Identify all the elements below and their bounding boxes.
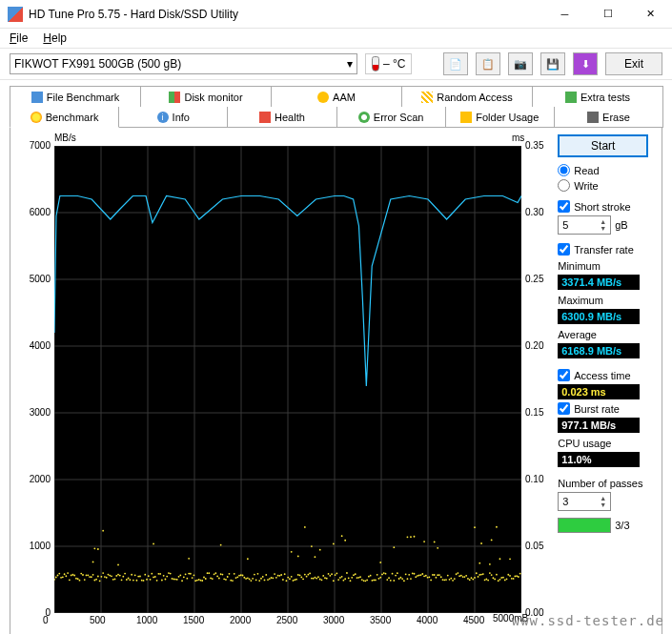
svg-point-306	[487, 580, 489, 582]
svg-point-136	[236, 576, 238, 578]
svg-point-63	[119, 575, 121, 577]
svg-point-315	[498, 580, 499, 582]
svg-point-243	[397, 572, 398, 574]
svg-point-181	[306, 576, 308, 578]
short-stroke-spinner[interactable]: 5▲▼	[558, 215, 611, 235]
copy-info-button[interactable]: 📋	[476, 52, 500, 75]
x-tick: 500	[90, 615, 106, 625]
transfer-rate-check[interactable]	[558, 243, 570, 256]
start-button[interactable]: Start	[558, 134, 648, 157]
svg-point-189	[316, 578, 317, 580]
average-label: Average	[558, 329, 654, 340]
y-right-tick: 0.20	[525, 340, 543, 351]
svg-point-246	[401, 578, 403, 580]
read-radio[interactable]	[558, 164, 570, 176]
folder-usage-icon	[460, 112, 472, 123]
svg-point-89	[161, 580, 163, 582]
menu-file[interactable]: File	[10, 31, 28, 45]
svg-point-85	[154, 576, 156, 578]
svg-point-294	[472, 579, 474, 581]
svg-point-248	[405, 573, 407, 575]
svg-point-328	[516, 575, 518, 577]
svg-point-143	[247, 558, 249, 560]
options-button[interactable]: ⬇	[573, 52, 598, 75]
access-time-check[interactable]	[558, 369, 570, 381]
svg-point-157	[271, 577, 273, 579]
svg-point-322	[507, 574, 509, 576]
svg-point-187	[315, 577, 316, 579]
title-bar: HD Tune Pro 5.75 - Hard Disk/SSD Utility…	[0, 0, 672, 29]
burst-rate-check[interactable]	[558, 402, 570, 415]
tab-folder-usage[interactable]: Folder Usage	[445, 107, 555, 128]
svg-point-121	[214, 573, 215, 575]
tab-error-scan[interactable]: Error Scan	[336, 107, 446, 128]
svg-point-178	[302, 578, 304, 580]
drive-select[interactable]: FIKWOT FX991 500GB (500 gB) ▾	[10, 53, 357, 74]
svg-point-167	[287, 577, 289, 579]
minimize-button[interactable]: ─	[543, 0, 586, 29]
passes-label: Number of passes	[558, 478, 654, 489]
tab-file-benchmark[interactable]: File Benchmark	[10, 86, 141, 107]
svg-point-91	[165, 579, 167, 581]
svg-point-190	[317, 576, 319, 578]
svg-point-153	[264, 580, 266, 582]
svg-point-100	[179, 575, 181, 577]
svg-point-318	[500, 577, 502, 579]
maximize-button[interactable]: ☐	[586, 0, 629, 29]
svg-point-230	[378, 578, 380, 580]
svg-point-311	[493, 577, 495, 579]
svg-point-285	[457, 572, 458, 574]
spinner-arrows-icon[interactable]: ▲▼	[600, 495, 606, 508]
svg-point-258	[417, 575, 418, 577]
svg-point-69	[129, 579, 131, 581]
svg-point-237	[388, 577, 390, 579]
passes-spinner[interactable]: 3▲▼	[558, 492, 611, 511]
svg-point-149	[257, 573, 259, 575]
svg-point-59	[114, 579, 116, 581]
tab-random-access[interactable]: Random Access	[401, 86, 533, 107]
svg-point-329	[518, 576, 519, 578]
svg-point-38	[86, 575, 88, 577]
svg-point-66	[124, 573, 126, 575]
svg-point-130	[227, 576, 229, 578]
short-stroke-check[interactable]	[558, 200, 570, 213]
svg-point-255	[414, 573, 416, 575]
x-tick: 1000	[136, 615, 157, 625]
health-icon	[259, 112, 271, 123]
svg-point-25	[64, 573, 66, 575]
svg-point-188	[315, 556, 316, 558]
tab-disk-monitor[interactable]: Disk monitor	[140, 86, 272, 107]
svg-point-299	[479, 574, 480, 576]
tab-extra-tests[interactable]: Extra tests	[532, 86, 663, 107]
svg-point-78	[144, 574, 146, 576]
tab-info[interactable]: iInfo	[118, 107, 228, 128]
svg-point-221	[363, 580, 365, 582]
toolbar: FIKWOT FX991 500GB (500 gB) ▾ – °C 📄 📋 📷…	[0, 48, 672, 80]
close-button[interactable]: ✕	[629, 0, 672, 29]
svg-point-271	[436, 577, 438, 579]
copy-button[interactable]: 📄	[443, 52, 468, 75]
tab-health[interactable]: Health	[227, 107, 336, 128]
svg-point-103	[185, 573, 187, 575]
tab-content: MB/s ms 5000mB 0100020003000400050006000…	[10, 127, 662, 634]
svg-point-56	[109, 575, 111, 577]
svg-point-314	[496, 526, 498, 528]
save-button[interactable]: 💾	[540, 52, 565, 75]
dropdown-icon: ▾	[347, 57, 353, 71]
svg-point-268	[432, 574, 434, 576]
spinner-arrows-icon[interactable]: ▲▼	[600, 218, 606, 232]
write-radio[interactable]	[558, 179, 570, 192]
tab-erase[interactable]: Erase	[554, 107, 663, 128]
svg-point-92	[166, 576, 168, 578]
watermark: www.ssd-tester.de	[512, 613, 664, 628]
svg-point-241	[393, 546, 395, 548]
svg-point-119	[210, 578, 212, 580]
exit-button[interactable]: Exit	[605, 52, 662, 75]
side-panel: Start Read Write Short stroke 5▲▼ gB Tra…	[550, 134, 654, 634]
svg-point-325	[511, 578, 513, 580]
menu-help[interactable]: Help	[43, 31, 67, 45]
tab-benchmark[interactable]: Benchmark	[10, 107, 119, 128]
screenshot-button[interactable]: 📷	[508, 52, 533, 75]
svg-point-297	[476, 572, 478, 574]
tab-aam[interactable]: AAM	[271, 86, 402, 107]
